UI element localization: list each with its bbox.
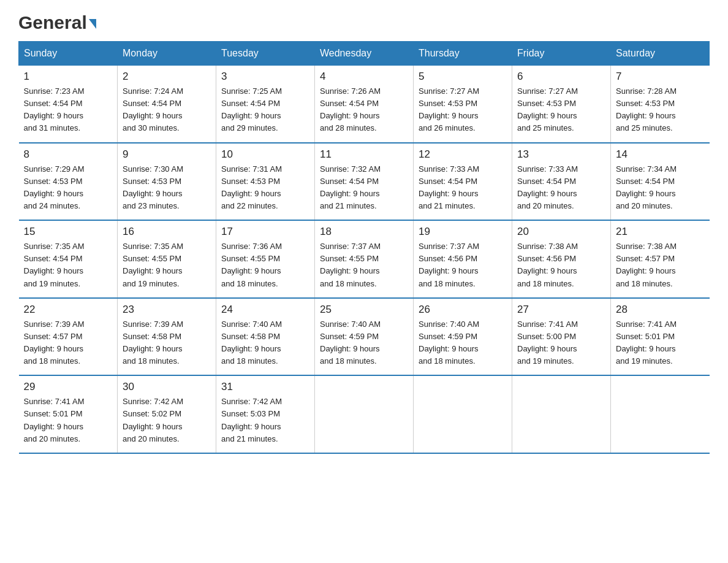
day-info: Sunrise: 7:24 AMSunset: 4:54 PMDaylight:… bbox=[123, 85, 211, 135]
day-number: 20 bbox=[517, 226, 605, 238]
day-number: 27 bbox=[517, 304, 605, 316]
day-info: Sunrise: 7:37 AMSunset: 4:56 PMDaylight:… bbox=[419, 240, 507, 290]
day-info: Sunrise: 7:40 AMSunset: 4:58 PMDaylight:… bbox=[221, 318, 309, 368]
day-cell: 28Sunrise: 7:41 AMSunset: 5:01 PMDayligh… bbox=[611, 298, 710, 376]
day-cell bbox=[315, 375, 414, 453]
day-info: Sunrise: 7:27 AMSunset: 4:53 PMDaylight:… bbox=[517, 85, 605, 135]
day-number: 18 bbox=[320, 226, 408, 238]
day-number: 12 bbox=[419, 148, 507, 161]
day-cell: 25Sunrise: 7:40 AMSunset: 4:59 PMDayligh… bbox=[315, 298, 414, 376]
day-cell bbox=[611, 375, 710, 453]
day-number: 6 bbox=[517, 71, 605, 83]
day-cell: 21Sunrise: 7:38 AMSunset: 4:57 PMDayligh… bbox=[611, 220, 710, 298]
day-info: Sunrise: 7:27 AMSunset: 4:53 PMDaylight:… bbox=[419, 85, 507, 135]
day-cell: 18Sunrise: 7:37 AMSunset: 4:55 PMDayligh… bbox=[315, 220, 414, 298]
day-info: Sunrise: 7:35 AMSunset: 4:54 PMDaylight:… bbox=[24, 240, 113, 290]
day-cell: 17Sunrise: 7:36 AMSunset: 4:55 PMDayligh… bbox=[216, 220, 315, 298]
day-cell: 13Sunrise: 7:33 AMSunset: 4:54 PMDayligh… bbox=[512, 143, 611, 221]
day-number: 1 bbox=[24, 71, 113, 83]
day-info: Sunrise: 7:32 AMSunset: 4:54 PMDaylight:… bbox=[320, 163, 408, 213]
day-info: Sunrise: 7:35 AMSunset: 4:55 PMDaylight:… bbox=[123, 240, 211, 290]
day-number: 14 bbox=[616, 148, 705, 161]
day-info: Sunrise: 7:38 AMSunset: 4:56 PMDaylight:… bbox=[517, 240, 605, 290]
day-info: Sunrise: 7:37 AMSunset: 4:55 PMDaylight:… bbox=[320, 240, 408, 290]
day-info: Sunrise: 7:38 AMSunset: 4:57 PMDaylight:… bbox=[616, 240, 705, 290]
day-cell: 2Sunrise: 7:24 AMSunset: 4:54 PMDaylight… bbox=[118, 66, 216, 143]
day-cell: 15Sunrise: 7:35 AMSunset: 4:54 PMDayligh… bbox=[19, 220, 118, 298]
day-cell: 24Sunrise: 7:40 AMSunset: 4:58 PMDayligh… bbox=[216, 298, 315, 376]
day-info: Sunrise: 7:36 AMSunset: 4:55 PMDaylight:… bbox=[221, 240, 309, 290]
day-number: 11 bbox=[320, 148, 408, 161]
day-info: Sunrise: 7:39 AMSunset: 4:57 PMDaylight:… bbox=[24, 318, 113, 368]
day-number: 24 bbox=[221, 304, 309, 316]
day-cell: 23Sunrise: 7:39 AMSunset: 4:58 PMDayligh… bbox=[118, 298, 216, 376]
day-info: Sunrise: 7:30 AMSunset: 4:53 PMDaylight:… bbox=[123, 163, 211, 213]
day-number: 23 bbox=[123, 304, 211, 316]
day-number: 26 bbox=[419, 304, 507, 316]
day-number: 22 bbox=[24, 304, 113, 316]
day-info: Sunrise: 7:28 AMSunset: 4:53 PMDaylight:… bbox=[616, 85, 705, 135]
day-cell: 14Sunrise: 7:34 AMSunset: 4:54 PMDayligh… bbox=[611, 143, 710, 221]
day-number: 3 bbox=[221, 71, 309, 83]
day-number: 25 bbox=[320, 304, 408, 316]
day-info: Sunrise: 7:40 AMSunset: 4:59 PMDaylight:… bbox=[320, 318, 408, 368]
header-friday: Friday bbox=[512, 42, 611, 66]
day-number: 19 bbox=[419, 226, 507, 238]
day-number: 30 bbox=[123, 381, 211, 393]
day-number: 8 bbox=[24, 148, 113, 161]
day-cell bbox=[512, 375, 611, 453]
week-row-1: 1Sunrise: 7:23 AMSunset: 4:54 PMDaylight… bbox=[19, 66, 710, 143]
day-cell: 5Sunrise: 7:27 AMSunset: 4:53 PMDaylight… bbox=[414, 66, 512, 143]
week-row-5: 29Sunrise: 7:41 AMSunset: 5:01 PMDayligh… bbox=[19, 375, 710, 453]
day-number: 29 bbox=[24, 381, 113, 393]
day-cell: 8Sunrise: 7:29 AMSunset: 4:53 PMDaylight… bbox=[19, 143, 118, 221]
day-cell: 31Sunrise: 7:42 AMSunset: 5:03 PMDayligh… bbox=[216, 375, 315, 453]
day-cell: 26Sunrise: 7:40 AMSunset: 4:59 PMDayligh… bbox=[414, 298, 512, 376]
day-info: Sunrise: 7:31 AMSunset: 4:53 PMDaylight:… bbox=[221, 163, 309, 213]
day-number: 15 bbox=[24, 226, 113, 238]
day-number: 17 bbox=[221, 226, 309, 238]
day-cell: 3Sunrise: 7:25 AMSunset: 4:54 PMDaylight… bbox=[216, 66, 315, 143]
day-number: 5 bbox=[419, 71, 507, 83]
day-number: 16 bbox=[123, 226, 211, 238]
day-cell: 11Sunrise: 7:32 AMSunset: 4:54 PMDayligh… bbox=[315, 143, 414, 221]
day-cell: 9Sunrise: 7:30 AMSunset: 4:53 PMDaylight… bbox=[118, 143, 216, 221]
day-info: Sunrise: 7:29 AMSunset: 4:53 PMDaylight:… bbox=[24, 163, 113, 213]
day-info: Sunrise: 7:40 AMSunset: 4:59 PMDaylight:… bbox=[419, 318, 507, 368]
day-cell: 6Sunrise: 7:27 AMSunset: 4:53 PMDaylight… bbox=[512, 66, 611, 143]
day-number: 13 bbox=[517, 148, 605, 161]
day-cell: 29Sunrise: 7:41 AMSunset: 5:01 PMDayligh… bbox=[19, 375, 118, 453]
day-cell: 22Sunrise: 7:39 AMSunset: 4:57 PMDayligh… bbox=[19, 298, 118, 376]
day-cell: 7Sunrise: 7:28 AMSunset: 4:53 PMDaylight… bbox=[611, 66, 710, 143]
day-info: Sunrise: 7:41 AMSunset: 5:00 PMDaylight:… bbox=[517, 318, 605, 368]
day-info: Sunrise: 7:41 AMSunset: 5:01 PMDaylight:… bbox=[616, 318, 705, 368]
day-info: Sunrise: 7:41 AMSunset: 5:01 PMDaylight:… bbox=[24, 396, 113, 445]
day-number: 9 bbox=[123, 148, 211, 161]
day-info: Sunrise: 7:42 AMSunset: 5:03 PMDaylight:… bbox=[221, 396, 309, 445]
calendar-table: SundayMondayTuesdayWednesdayThursdayFrid… bbox=[18, 41, 710, 454]
day-number: 31 bbox=[221, 381, 309, 393]
day-number: 7 bbox=[616, 71, 705, 83]
day-info: Sunrise: 7:39 AMSunset: 4:58 PMDaylight:… bbox=[123, 318, 211, 368]
header-sunday: Sunday bbox=[19, 42, 118, 66]
day-number: 4 bbox=[320, 71, 408, 83]
calendar-header-row: SundayMondayTuesdayWednesdayThursdayFrid… bbox=[19, 42, 710, 66]
day-info: Sunrise: 7:26 AMSunset: 4:54 PMDaylight:… bbox=[320, 85, 408, 135]
header-saturday: Saturday bbox=[611, 42, 710, 66]
day-info: Sunrise: 7:23 AMSunset: 4:54 PMDaylight:… bbox=[24, 85, 113, 135]
header-wednesday: Wednesday bbox=[315, 42, 414, 66]
day-number: 2 bbox=[123, 71, 211, 83]
day-info: Sunrise: 7:33 AMSunset: 4:54 PMDaylight:… bbox=[419, 163, 507, 213]
day-info: Sunrise: 7:42 AMSunset: 5:02 PMDaylight:… bbox=[123, 396, 211, 445]
day-cell: 19Sunrise: 7:37 AMSunset: 4:56 PMDayligh… bbox=[414, 220, 512, 298]
header-tuesday: Tuesday bbox=[216, 42, 315, 66]
day-cell: 12Sunrise: 7:33 AMSunset: 4:54 PMDayligh… bbox=[414, 143, 512, 221]
day-cell: 10Sunrise: 7:31 AMSunset: 4:53 PMDayligh… bbox=[216, 143, 315, 221]
header-monday: Monday bbox=[118, 42, 216, 66]
week-row-2: 8Sunrise: 7:29 AMSunset: 4:53 PMDaylight… bbox=[19, 143, 710, 221]
day-cell: 30Sunrise: 7:42 AMSunset: 5:02 PMDayligh… bbox=[118, 375, 216, 453]
day-cell bbox=[414, 375, 512, 453]
day-cell: 27Sunrise: 7:41 AMSunset: 5:00 PMDayligh… bbox=[512, 298, 611, 376]
week-row-4: 22Sunrise: 7:39 AMSunset: 4:57 PMDayligh… bbox=[19, 298, 710, 376]
day-info: Sunrise: 7:25 AMSunset: 4:54 PMDaylight:… bbox=[221, 85, 309, 135]
